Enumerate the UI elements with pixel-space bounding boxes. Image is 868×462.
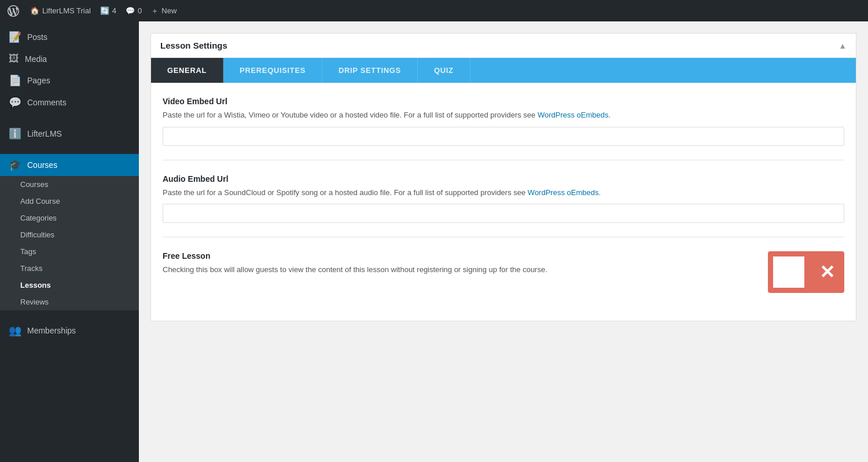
tab-quiz[interactable]: QUIZ [418,58,470,83]
main-content: Lesson Settings ▲ GENERAL PREREQUISITES … [139,21,868,462]
sidebar-item-posts-label: Posts [27,32,47,42]
home-icon: 🏠 [30,6,39,15]
video-oembed-link[interactable]: WordPress oEmbeds [538,111,609,119]
video-embed-desc: Paste the url for a Wistia, Vimeo or You… [163,109,844,121]
submenu-courses[interactable]: Courses [0,176,139,193]
free-lesson-x-button[interactable]: ✕ [810,255,844,289]
submenu-reviews[interactable]: Reviews [0,294,139,310]
tabs-bar: GENERAL PREREQUISITES DRIP SETTINGS QUIZ [151,58,856,83]
tab-drip-settings[interactable]: DRIP SETTINGS [322,58,418,83]
pages-icon: 📄 [9,74,21,87]
submenu-tracks[interactable]: Tracks [0,260,139,277]
settings-body: Video Embed Url Paste the url for a Wist… [151,83,856,321]
courses-submenu: Courses Add Course Categories Difficulti… [0,176,139,310]
free-lesson-section: Free Lesson Checking this box will allow… [163,251,844,307]
site-name[interactable]: 🏠 LifterLMS Trial [30,6,91,15]
sidebar: 📝 Posts 🖼 Media 📄 Pages 💬 Comments ℹ️ Li… [0,21,139,462]
sidebar-item-media[interactable]: 🖼 Media [0,48,139,69]
submenu-categories[interactable]: Categories [0,210,139,226]
new-item[interactable]: ＋ New [151,6,176,16]
wp-logo[interactable] [6,3,21,19]
sidebar-item-memberships-label: Memberships [27,326,76,335]
comments-bubble-icon: 💬 [9,96,21,109]
submenu-tags[interactable]: Tags [0,243,139,260]
free-lesson-label: Free Lesson [163,251,756,261]
collapse-arrow-icon[interactable]: ▲ [838,41,847,50]
sidebar-item-courses[interactable]: 🎓 Courses [0,154,139,176]
posts-icon: 📝 [9,31,21,43]
sidebar-item-lifterlms-label: LifterLMS [27,129,62,138]
sidebar-item-pages-label: Pages [27,76,50,85]
audio-oembed-link[interactable]: WordPress oEmbeds [528,188,599,197]
sidebar-item-pages[interactable]: 📄 Pages [0,69,139,91]
plus-icon: ＋ [151,6,159,16]
admin-bar: 🏠 LifterLMS Trial 🔄 4 💬 0 ＋ New [0,0,868,21]
lesson-settings-panel: Lesson Settings ▲ GENERAL PREREQUISITES … [150,33,856,321]
video-embed-label: Video Embed Url [163,97,844,106]
sidebar-item-lifterlms[interactable]: ℹ️ LifterLMS [0,123,139,145]
media-icon: 🖼 [9,53,19,65]
tab-prerequisites[interactable]: PREREQUISITES [223,58,322,83]
submenu-lessons[interactable]: Lessons [0,277,139,294]
audio-embed-label: Audio Embed Url [163,174,844,184]
panel-header: Lesson Settings ▲ [151,34,856,58]
courses-icon: 🎓 [9,159,21,171]
comments-item[interactable]: 💬 0 [126,6,142,15]
sidebar-item-posts[interactable]: 📝 Posts [0,26,139,48]
tab-general[interactable]: GENERAL [151,58,223,83]
updates-item[interactable]: 🔄 4 [100,6,116,15]
submenu-add-course[interactable]: Add Course [0,193,139,210]
audio-embed-desc: Paste the url for a SoundCloud or Spotif… [163,187,844,199]
audio-embed-input[interactable] [163,204,844,223]
free-lesson-checkbox[interactable] [771,255,806,289]
video-embed-section: Video Embed Url Paste the url for a Wist… [163,97,844,160]
audio-embed-section: Audio Embed Url Paste the url for a Soun… [163,174,844,238]
video-embed-input[interactable] [163,127,844,146]
sidebar-item-courses-label: Courses [27,160,57,170]
free-lesson-toggle[interactable]: ✕ [768,251,844,293]
updates-icon: 🔄 [100,6,109,15]
memberships-icon: 👥 [9,324,21,337]
sidebar-item-memberships[interactable]: 👥 Memberships [0,320,139,342]
free-lesson-text: Free Lesson Checking this box will allow… [163,251,768,281]
panel-title: Lesson Settings [160,41,227,50]
sidebar-item-media-label: Media [25,54,47,64]
submenu-difficulties[interactable]: Difficulties [0,226,139,243]
lifterlms-icon: ℹ️ [9,127,21,140]
free-lesson-row: Free Lesson Checking this box will allow… [163,251,844,293]
comments-icon: 💬 [126,6,135,15]
sidebar-item-comments-label: Comments [27,98,67,107]
sidebar-item-comments[interactable]: 💬 Comments [0,91,139,113]
free-lesson-desc: Checking this box will allow guests to v… [163,264,756,276]
